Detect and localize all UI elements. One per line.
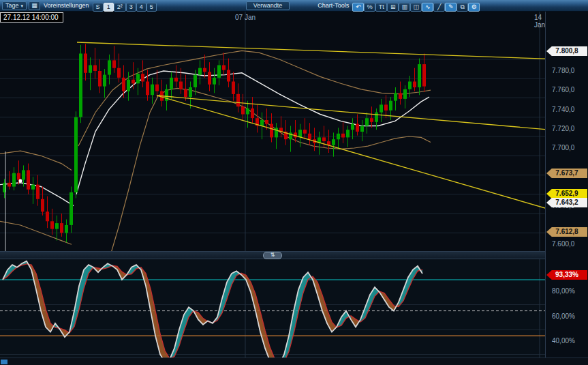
timeframe-label: Tage [5,2,19,9]
preset-button-2[interactable]: 2² [114,3,126,12]
chart-tools-label: Chart-Tools [316,2,350,9]
oscillator-tick-label: 60,00% [552,312,575,321]
price-tick-label: 7.700,0 [552,144,574,152]
trendline-icon[interactable]: ╱ [433,3,445,12]
text-tool-icon[interactable]: Tt [375,3,387,12]
panel-splitter[interactable]: ⇅ [0,251,545,259]
price-badge: 7.643,2 [546,198,587,207]
price-badge: 7.612,8 [546,227,587,237]
splitter-handle-icon[interactable]: ⇅ [263,252,282,259]
percent-icon[interactable]: % [364,3,375,12]
preset-button-5[interactable]: 5 [146,3,157,12]
preset-button-3[interactable]: 3 [126,3,136,12]
price-axis[interactable]: 7.780,07.760,07.740,07.720,07.700,07.640… [545,12,588,357]
tool-icon-group: ↶%Tt⊞▥◫∿╱✎⧉⚙ [352,0,480,12]
indicator-icon[interactable]: ∿ [422,3,433,12]
settings-icon[interactable]: ⚙ [468,3,480,12]
related-button[interactable]: Verwandte [246,1,290,10]
oscillator-tick-label: 80,00% [552,287,575,295]
trading-chart-window: Tage▾ ▦ Voreinstellungen S12²345 Verwand… [0,0,588,365]
price-badge: 7.652,9 [546,189,587,199]
undo-icon[interactable]: ↶ [352,3,364,12]
price-badge: 7.673,7 [546,169,587,178]
timeframe-dropdown[interactable]: Tage▾ [2,1,27,10]
oscillator-tick-label: 40,00% [552,337,575,345]
preset-button-0[interactable]: S [93,3,104,12]
preset-button-group: S12²345 [93,0,157,12]
chart-type-candles-icon[interactable]: ◫ [410,3,422,12]
presets-label: Voreinstellungen [42,2,91,9]
price-chart[interactable] [0,12,545,251]
price-badge: 93,33% [546,270,587,280]
price-tick-label: 7.780,0 [552,67,574,75]
crosshair-datetime-tooltip: 27.12.12 14:00:00 [0,12,63,23]
price-tick-label: 7.600,0 [552,240,574,248]
draw-icon[interactable]: ✎ [445,3,457,12]
preset-button-4[interactable]: 4 [136,3,146,12]
chevron-down-icon: ▾ [21,3,24,8]
price-tick-label: 7.740,0 [552,106,574,114]
grid-icon[interactable]: ⊞ [387,3,399,12]
compare-icon[interactable]: ⧉ [457,3,468,12]
preset-button-1[interactable]: 1 [104,3,114,12]
price-tick-label: 7.760,0 [552,86,574,94]
oscillator-panel[interactable] [0,259,545,357]
price-badge: 7.800,8 [546,46,587,56]
chart-toolbar: Tage▾ ▦ Voreinstellungen S12²345 Verwand… [0,0,588,12]
price-tick-label: 7.720,0 [552,125,574,133]
bottom-bar [0,357,588,365]
calendar-icon[interactable]: ▦ [29,1,40,10]
resize-handle[interactable] [1,360,7,364]
chart-type-bars-icon[interactable]: ▥ [399,3,410,12]
